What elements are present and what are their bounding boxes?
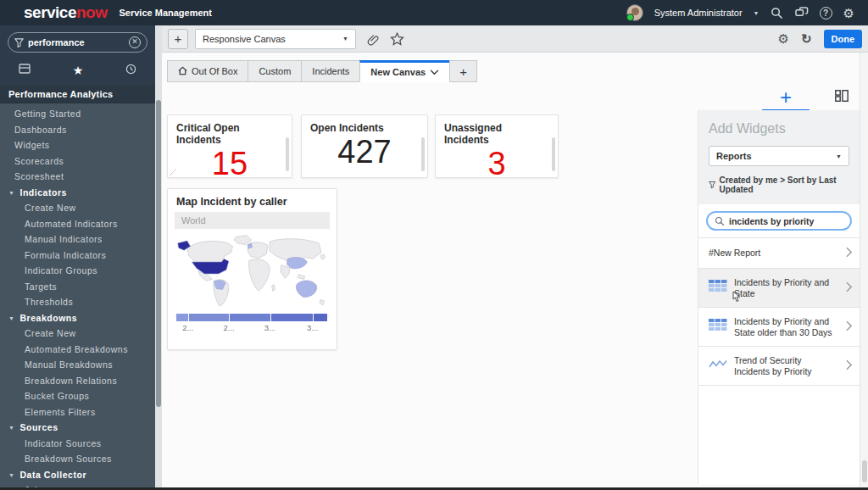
nav-section-data-collector[interactable]: ▼Data Collector (0, 467, 155, 483)
widget-search[interactable] (706, 211, 852, 231)
navigator-filter[interactable]: ✕ (8, 32, 147, 53)
map-legend-labels: 2... 2... 3... 3... (176, 323, 328, 333)
nav-item-automated-breakdowns[interactable]: Automated Breakdowns (0, 342, 155, 358)
chevron-right-icon (846, 246, 853, 261)
search-icon[interactable] (771, 6, 784, 19)
add-widgets-header: Add Widgets Reports ▼ Created by me > So… (698, 110, 860, 204)
legend-segment (271, 314, 312, 321)
panel-title: Add Widgets (709, 121, 849, 136)
page-scrollbar-thumb[interactable] (862, 460, 867, 482)
logo-service-text: service (24, 3, 76, 21)
dashboard-settings-icon[interactable]: ⚙ (777, 31, 788, 47)
sort-filter-row[interactable]: Created by me > Sort by Last Updated (709, 175, 849, 194)
nav-section-sources[interactable]: ▼Sources (0, 420, 155, 436)
add-widgets-panel: Add Widgets Reports ▼ Created by me > So… (698, 110, 860, 484)
chevron-right-icon (846, 359, 853, 374)
settings-icon[interactable]: ⚙ (843, 7, 854, 19)
banner-right-cluster: System Administrator ▼ ? ⚙ (626, 4, 868, 21)
scorecard-scrollbar[interactable] (286, 137, 289, 171)
nav-item-thresholds[interactable]: Thresholds (0, 294, 155, 310)
filter-funnel-icon (14, 38, 24, 47)
report-row-trend-security-incidents[interactable]: Trend of Security Incidents by Priority (698, 346, 860, 385)
scorecard-unassigned-incidents[interactable]: Unassigned Incidents 3 (435, 114, 559, 178)
nav-item-create-new-breakdown[interactable]: Create New (0, 326, 155, 342)
map-widget[interactable]: Map Incident by caller World (167, 188, 337, 350)
scorecard-title: Open Incidents (302, 115, 427, 134)
nav-item-scorecards[interactable]: Scorecards (0, 153, 155, 170)
map-scope-button[interactable]: World (175, 212, 330, 229)
history-clock-icon[interactable] (125, 64, 136, 77)
legend-label: 3... (307, 323, 318, 332)
chevron-right-icon (846, 281, 853, 296)
resize-handle-icon[interactable] (170, 169, 176, 175)
nav-item-breakdown-sources[interactable]: Breakdown Sources (0, 451, 155, 467)
dashboard-canvas: Critical Open Incidents 15 Open Incident… (162, 82, 868, 487)
nav-item-indicator-groups[interactable]: Indicator Groups (0, 263, 155, 279)
line-chart-icon (709, 358, 734, 374)
servicenow-logo[interactable]: servicenow (24, 0, 108, 25)
widget-type-select[interactable]: Reports ▼ (709, 146, 849, 166)
table-icon (709, 280, 734, 296)
all-applications-icon[interactable] (19, 64, 31, 77)
nav-item-manual-breakdowns[interactable]: Manual Breakdowns (0, 357, 155, 373)
collapse-triangle-icon: ▼ (8, 425, 14, 431)
nav-item-targets[interactable]: Targets (0, 279, 155, 295)
nav-item-formula-indicators[interactable]: Formula Indicators (0, 248, 155, 264)
scorecard-title: Critical Open Incidents (168, 115, 292, 146)
tab-out-of-box[interactable]: Out Of Box (167, 60, 248, 82)
done-button[interactable]: Done (824, 30, 863, 48)
report-row-new-report[interactable]: #New Report (698, 237, 860, 268)
navigator-filter-input[interactable] (24, 37, 129, 47)
nav-item-elements-filters[interactable]: Elements Filters (0, 404, 155, 420)
widget-search-input[interactable] (725, 216, 843, 226)
scorecard-scrollbar[interactable] (552, 137, 555, 171)
add-tab-button[interactable]: + (449, 60, 477, 82)
nav-item-bucket-groups[interactable]: Bucket Groups (0, 388, 155, 404)
collapse-triangle-icon: ▼ (8, 315, 14, 321)
page-scrollbar[interactable] (860, 53, 868, 487)
nav-item-automated-indicators[interactable]: Automated Indicators (0, 216, 155, 232)
nav-item-create-new[interactable]: Create New (0, 200, 155, 216)
nav-item-getting-started[interactable]: Getting Started (0, 106, 155, 122)
nav-section-breakdowns[interactable]: ▼Breakdowns (0, 310, 155, 326)
nav-item-widgets[interactable]: Widgets (0, 137, 155, 153)
add-widgets-tab[interactable]: + (761, 87, 810, 108)
scorecard-scrollbar[interactable] (421, 137, 425, 171)
side-panel-tabs: + (761, 85, 849, 110)
layout-tab-icon[interactable] (834, 88, 849, 107)
scorecard-open-incidents[interactable]: Open Incidents 427 (301, 114, 428, 178)
user-caret-icon[interactable]: ▼ (754, 10, 760, 16)
toolbar-right-cluster: ⚙ ↻ Done (777, 30, 868, 48)
sidebar-scrollbar-thumb[interactable] (156, 100, 161, 407)
sidebar-scrollbar[interactable] (155, 25, 162, 490)
chat-icon[interactable] (795, 6, 809, 19)
tab-custom[interactable]: Custom (248, 60, 302, 82)
tab-chevron-down-icon[interactable] (430, 67, 439, 77)
collapse-triangle-icon: ▼ (8, 472, 14, 478)
nav-item-manual-indicators[interactable]: Manual Indicators (0, 231, 155, 248)
legend-label: 2... (223, 323, 234, 332)
world-map[interactable] (175, 231, 330, 315)
report-row-incidents-by-priority-and-state[interactable]: Incidents by Priority and State (698, 268, 860, 307)
tab-new-canvas[interactable]: New Canvas (359, 60, 450, 82)
favorite-star-icon[interactable] (390, 32, 404, 46)
nav-item-dashboards[interactable]: Dashboards (0, 122, 155, 138)
clear-filter-icon[interactable]: ✕ (129, 36, 141, 48)
favorites-star-icon[interactable]: ★ (73, 64, 84, 77)
tab-incidents[interactable]: Incidents (301, 60, 360, 82)
nav-item-indicator-sources[interactable]: Indicator Sources (0, 436, 155, 452)
link-icon[interactable] (366, 32, 380, 46)
magnifier-icon (715, 216, 725, 226)
nav-section-performance-analytics[interactable]: Performance Analytics (0, 86, 155, 103)
add-dashboard-button[interactable]: + (168, 29, 188, 49)
refresh-icon[interactable]: ↻ (801, 31, 812, 47)
nav-item-breakdown-relations[interactable]: Breakdown Relations (0, 373, 155, 389)
nav-section-indicators[interactable]: ▼Indicators (0, 185, 155, 201)
report-row-incidents-older-30-days[interactable]: Incidents by Priority and State older th… (698, 307, 860, 346)
canvas-select[interactable]: Responsive Canvas ▼ (195, 29, 356, 49)
user-menu[interactable]: System Administrator (654, 8, 743, 18)
scorecard-critical-open-incidents[interactable]: Critical Open Incidents 15 (167, 114, 292, 178)
nav-item-scoresheet[interactable]: Scoresheet (0, 169, 155, 185)
help-icon[interactable]: ? (820, 7, 832, 19)
avatar[interactable] (626, 4, 643, 21)
